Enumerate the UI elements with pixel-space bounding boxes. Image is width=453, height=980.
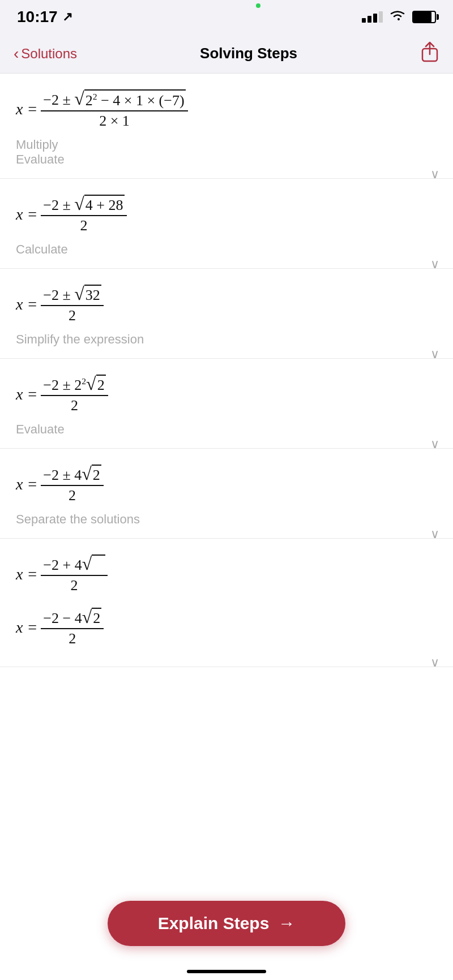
nav-bar: ‹ Solutions Solving Steps bbox=[0, 34, 453, 74]
step-2: x = −2 ± √4 + 28 2 Calculate ∨ bbox=[0, 179, 453, 269]
step-3-numerator: −2 ± √32 bbox=[41, 285, 104, 306]
step-5: x = −2 ± 4√2 2 Separate the solutions ∨ bbox=[0, 449, 453, 539]
step-5-x-eq: x = bbox=[16, 475, 37, 493]
step-1-label: MultiplyEvaluate bbox=[16, 137, 437, 167]
chevron-left-icon: ‹ bbox=[14, 46, 19, 62]
step-1-x-eq: x = bbox=[16, 100, 37, 118]
step-4: x = −2 ± 22√2 2 Evaluate ∨ bbox=[0, 359, 453, 449]
back-button[interactable]: ‹ Solutions bbox=[14, 46, 77, 62]
status-bar: 10:17 ↗ bbox=[0, 0, 453, 34]
step-6b-fraction: −2 − 4√2 2 bbox=[41, 608, 104, 647]
step-3-x-eq: x = bbox=[16, 295, 37, 313]
step-2-numerator: −2 ± √4 + 28 bbox=[41, 195, 126, 216]
step-4-fraction: −2 ± 22√2 2 bbox=[41, 375, 108, 414]
status-time: 10:17 ↗ bbox=[17, 8, 72, 26]
step-1-fraction: −2 ± √22 − 4 × 1 × (−7) 2 × 1 bbox=[41, 89, 187, 130]
step-5-formula: x = −2 ± 4√2 2 bbox=[16, 465, 437, 504]
step-4-formula: x = −2 ± 22√2 2 bbox=[16, 375, 437, 414]
wifi-icon bbox=[390, 9, 405, 25]
step-1-formula: x = −2 ± √22 − 4 × 1 × (−7) 2 × 1 bbox=[16, 89, 437, 130]
location-arrow-icon: ↗ bbox=[62, 10, 72, 24]
explain-steps-button[interactable]: Explain Steps → bbox=[108, 901, 345, 946]
battery-icon bbox=[412, 11, 436, 23]
back-label: Solutions bbox=[21, 46, 77, 62]
step-6b-denominator: 2 bbox=[66, 629, 78, 647]
step-4-denominator: 2 bbox=[69, 396, 80, 414]
signal-bars-icon bbox=[362, 11, 383, 23]
step-6a-fraction: −2 + 4√ 2 bbox=[41, 555, 107, 594]
step-6: x = −2 + 4√ 2 x = −2 − 4√2 2 ∨ bbox=[0, 539, 453, 667]
home-indicator bbox=[187, 970, 266, 973]
step-3: x = −2 ± √32 2 Simplify the expression ∨ bbox=[0, 269, 453, 359]
step-2-formula: x = −2 ± √4 + 28 2 bbox=[16, 195, 437, 234]
page-title: Solving Steps bbox=[200, 45, 297, 62]
step-4-label: Evaluate bbox=[16, 422, 437, 437]
signal-bar-4 bbox=[379, 11, 383, 23]
explain-steps-container: Explain Steps → bbox=[108, 901, 345, 946]
explain-steps-arrow-icon: → bbox=[278, 914, 295, 933]
time-display: 10:17 bbox=[17, 8, 58, 26]
step-3-formula: x = −2 ± √32 2 bbox=[16, 285, 437, 324]
step-2-denominator: 2 bbox=[78, 216, 89, 234]
step-3-label: Simplify the expression bbox=[16, 332, 437, 347]
battery-fill bbox=[413, 12, 431, 22]
signal-bar-1 bbox=[362, 18, 366, 23]
step-5-denominator: 2 bbox=[66, 486, 78, 504]
share-button[interactable] bbox=[420, 41, 439, 67]
signal-bar-2 bbox=[367, 16, 371, 23]
green-dot-indicator bbox=[256, 3, 260, 8]
explain-steps-label: Explain Steps bbox=[158, 914, 270, 933]
step-6a-numerator: −2 + 4√ bbox=[41, 555, 107, 576]
step-6b-formula: x = −2 − 4√2 2 bbox=[16, 608, 437, 647]
step-5-numerator: −2 ± 4√2 bbox=[41, 465, 104, 486]
step-2-fraction: −2 ± √4 + 28 2 bbox=[41, 195, 126, 234]
step-1-denominator: 2 × 1 bbox=[97, 111, 132, 130]
step-6a-formula: x = −2 + 4√ 2 bbox=[16, 555, 437, 594]
step-6b-numerator: −2 − 4√2 bbox=[41, 608, 104, 629]
step-3-denominator: 2 bbox=[66, 306, 78, 324]
step-4-x-eq: x = bbox=[16, 385, 37, 403]
step-6a-x-eq: x = bbox=[16, 565, 37, 583]
step-6b-x-eq: x = bbox=[16, 618, 37, 637]
content-area: x = −2 ± √22 − 4 × 1 × (−7) 2 × 1 Multip… bbox=[0, 74, 453, 980]
step-2-label: Calculate bbox=[16, 242, 437, 257]
step-5-fraction: −2 ± 4√2 2 bbox=[41, 465, 104, 504]
step-6-chevron-icon[interactable]: ∨ bbox=[430, 655, 439, 670]
step-5-label: Separate the solutions bbox=[16, 512, 437, 527]
step-4-numerator: −2 ± 22√2 bbox=[41, 375, 108, 396]
step-6a-denominator: 2 bbox=[69, 576, 80, 594]
signal-bar-3 bbox=[373, 14, 377, 23]
status-icons bbox=[362, 9, 436, 25]
step-2-x-eq: x = bbox=[16, 205, 37, 223]
step-3-fraction: −2 ± √32 2 bbox=[41, 285, 104, 324]
step-1-numerator: −2 ± √22 − 4 × 1 × (−7) bbox=[41, 89, 187, 111]
step-1: x = −2 ± √22 − 4 × 1 × (−7) 2 × 1 Multip… bbox=[0, 74, 453, 179]
